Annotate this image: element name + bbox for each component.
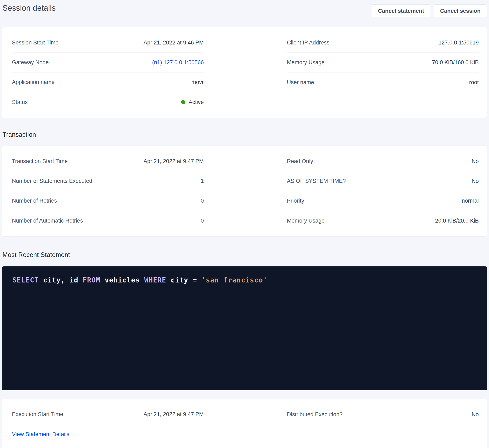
row-gateway-node: Gateway Node(n1) 127.0.0.1:50566: [12, 53, 204, 73]
label-memory-usage: Memory Usage: [287, 59, 325, 66]
page-title: Session details: [2, 3, 56, 13]
status-active-dot: [181, 100, 185, 104]
row-as-of-system-time: AS OF SYSTEM TIME?No: [287, 171, 479, 191]
label-distributed-execution: Distributed Execution?: [287, 411, 342, 418]
row-transaction-start-time: Transaction Start TimeApr 21, 2022 at 9:…: [12, 151, 204, 171]
row-user-name: User nameroot: [287, 73, 479, 92]
value-memory-usage: 70.0 KiB/160.0 KiB: [432, 59, 479, 66]
value-priority: normal: [462, 198, 479, 204]
value-distributed-execution: No: [472, 411, 479, 418]
label-number-of-retries: Number of Retries: [12, 198, 57, 204]
row-number-of-automatic-retries: Number of Automatic Retries0: [12, 211, 204, 231]
value-user-name: root: [469, 79, 479, 86]
header-actions: Cancel statement Cancel session: [372, 3, 487, 17]
value-transaction-start-time: Apr 21, 2022 at 9:47 PM: [143, 158, 204, 165]
transaction-left-column: Transaction Start TimeApr 21, 2022 at 9:…: [12, 151, 204, 231]
row-application-name: Application namemovr: [12, 73, 204, 92]
value-number-of-retries: 0: [201, 198, 204, 204]
row-distributed-execution: Distributed Execution?No: [287, 405, 479, 424]
row-execution-start-time: Execution Start TimeApr 21, 2022 at 9:47…: [12, 405, 204, 424]
row-client-ip-address: Client IP Address127.0.0.1:50619: [287, 33, 479, 53]
value-execution-start-time: Apr 21, 2022 at 9:47 PM: [143, 411, 204, 417]
sql-token-keyword: WHERE: [144, 276, 166, 284]
view-statement-details-row: View Statement Details: [12, 424, 204, 444]
row-memory-usage: Memory Usage20.0 KiB/20.0 KiB: [287, 211, 479, 231]
label-priority: Priority: [287, 198, 304, 204]
row-memory-usage: Memory Usage70.0 KiB/160.0 KiB: [287, 53, 479, 73]
label-user-name: User name: [287, 79, 314, 86]
label-gateway-node: Gateway Node: [12, 59, 49, 66]
cancel-statement-button[interactable]: Cancel statement: [372, 5, 431, 17]
label-read-only: Read Only: [287, 158, 313, 165]
sql-token-plain: vehicles: [100, 276, 144, 284]
label-application-name: Application name: [12, 79, 55, 85]
label-transaction-start-time: Transaction Start Time: [12, 158, 68, 165]
value-memory-usage: 20.0 KiB/20.0 KiB: [435, 218, 479, 224]
transaction-section-heading: Transaction: [2, 131, 489, 138]
label-session-start-time: Session Start Time: [12, 40, 59, 46]
label-status: Status: [12, 99, 28, 105]
label-number-of-automatic-retries: Number of Automatic Retries: [12, 218, 83, 224]
value-number-of-statements-executed: 1: [201, 178, 204, 184]
view-statement-details-link[interactable]: View Statement Details: [12, 431, 69, 438]
label-number-of-statements-executed: Number of Statements Executed: [12, 178, 92, 184]
row-priority: Prioritynormal: [287, 191, 479, 211]
session-summary-card: Session Start TimeApr 21, 2022 at 9:46 P…: [2, 27, 487, 118]
label-execution-start-time: Execution Start Time: [12, 411, 63, 417]
cancel-session-button[interactable]: Cancel session: [434, 5, 487, 17]
session-summary-right-column: Client IP Address127.0.0.1:50619Memory U…: [287, 33, 479, 112]
sql-token-plain: city, id: [39, 276, 83, 284]
label-as-of-system-time: AS OF SYSTEM TIME?: [287, 178, 346, 184]
sql-statement-text: SELECT city, id FROM vehicles WHERE city…: [12, 275, 477, 285]
value-session-start-time: Apr 21, 2022 at 9:46 PM: [143, 40, 204, 46]
execution-summary-card: Execution Start TimeApr 21, 2022 at 9:47…: [2, 399, 487, 448]
execution-rows: Execution Start TimeApr 21, 2022 at 9:47…: [12, 405, 204, 424]
transaction-summary-card: Transaction Start TimeApr 21, 2022 at 9:…: [2, 146, 487, 236]
row-number-of-statements-executed: Number of Statements Executed1: [12, 171, 204, 191]
row-session-start-time: Session Start TimeApr 21, 2022 at 9:46 P…: [12, 33, 204, 53]
execution-left-column: Execution Start TimeApr 21, 2022 at 9:47…: [12, 405, 204, 444]
row-status: StatusActive: [12, 92, 204, 112]
link-gateway-node[interactable]: (n1) 127.0.0.1:50566: [152, 59, 204, 66]
value-as-of-system-time: No: [472, 178, 479, 184]
sql-statement-box: SELECT city, id FROM vehicles WHERE city…: [2, 266, 487, 390]
statement-section-heading: Most Recent Statement: [2, 251, 489, 259]
page-header: Session details Cancel statement Cancel …: [0, 0, 489, 17]
value-number-of-automatic-retries: 0: [201, 218, 204, 224]
session-summary-left-column: Session Start TimeApr 21, 2022 at 9:46 P…: [12, 33, 204, 112]
execution-right-column: Distributed Execution?No: [287, 405, 479, 444]
value-read-only: No: [472, 158, 479, 165]
sql-token-plain: city =: [166, 276, 202, 284]
label-client-ip-address: Client IP Address: [287, 40, 329, 46]
transaction-right-column: Read OnlyNoAS OF SYSTEM TIME?NoPriorityn…: [287, 151, 479, 231]
row-number-of-retries: Number of Retries0: [12, 191, 204, 211]
sql-token-string: 'san francisco': [202, 276, 268, 284]
value-client-ip-address: 127.0.0.1:50619: [439, 40, 479, 46]
sql-token-keyword: SELECT: [12, 276, 39, 284]
sql-token-keyword: FROM: [83, 276, 100, 284]
row-read-only: Read OnlyNo: [287, 151, 479, 171]
value-application-name: movr: [191, 79, 204, 85]
label-memory-usage: Memory Usage: [287, 218, 325, 224]
value-status: Active: [181, 99, 204, 105]
